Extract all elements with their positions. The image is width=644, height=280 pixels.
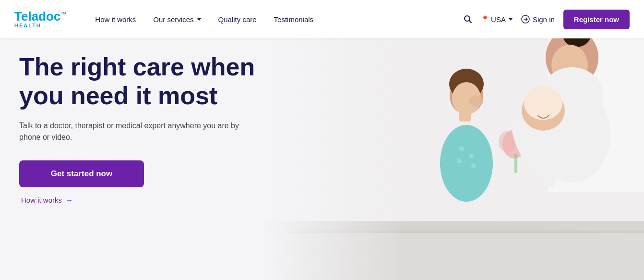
nav-right: 📍 USA Sign in Register now [464,10,630,29]
hero-heading: The right care when you need it most [19,53,298,110]
svg-line-32 [469,21,472,23]
nav-testimonials[interactable]: Testimonials [274,15,314,24]
location-pin-icon: 📍 [481,15,489,23]
navbar: Teladoc™ HEALTH How it works Our service… [0,0,644,38]
svg-point-23 [457,158,462,163]
logo[interactable]: Teladoc™ HEALTH [14,10,66,28]
svg-point-20 [440,125,493,202]
hero-subtext: Talk to a doctor, therapist or medical e… [19,120,250,143]
signin-icon [521,15,530,24]
logo-health: HEALTH [14,23,66,28]
svg-rect-19 [459,112,471,122]
hero-image [260,0,644,280]
hero-section: Teladoc™ HEALTH How it works Our service… [0,0,644,280]
nav-links: How it works Our services Quality care T… [95,15,464,24]
nav-quality-care[interactable]: Quality care [218,15,257,24]
search-button[interactable] [464,15,472,24]
svg-point-27 [524,86,562,120]
svg-point-22 [469,154,474,158]
nav-our-services[interactable]: Our services [153,15,201,24]
svg-point-24 [471,163,476,168]
get-started-button[interactable]: Get started now [19,160,144,187]
how-it-works-link[interactable]: How it works → [19,196,298,204]
location-chevron-icon [509,18,513,21]
location-selector[interactable]: 📍 USA [481,15,513,24]
search-icon [464,15,472,24]
svg-rect-7 [514,154,517,173]
signin-link[interactable]: Sign in [521,15,555,24]
svg-point-21 [459,146,464,151]
logo-brand: Teladoc™ [14,10,66,23]
svg-point-25 [469,95,483,107]
chevron-down-icon [197,18,201,21]
nav-how-it-works[interactable]: How it works [95,15,136,24]
register-button[interactable]: Register now [563,10,630,29]
hero-content: The right care when you need it most Tal… [19,53,298,204]
